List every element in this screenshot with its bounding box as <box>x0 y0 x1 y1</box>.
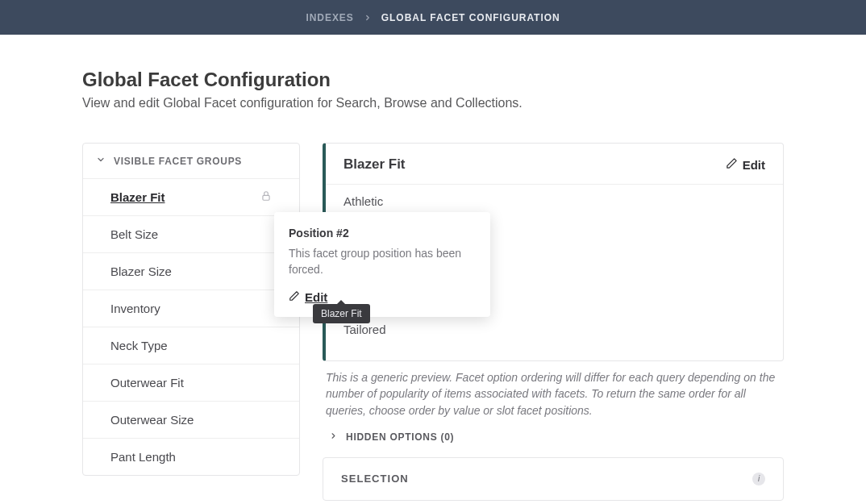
popover-edit-button[interactable]: Edit <box>289 290 476 304</box>
page-subtitle: View and edit Global Facet configuration… <box>82 96 784 110</box>
hidden-options-label: HIDDEN OPTIONS (0) <box>346 431 454 443</box>
hidden-options-toggle[interactable]: HIDDEN OPTIONS (0) <box>323 420 784 443</box>
sidebar-item-outerwear-fit[interactable]: Outerwear Fit <box>83 364 299 401</box>
popover-title: Position #2 <box>289 227 476 240</box>
top-bar: INDEXES GLOBAL FACET CONFIGURATION <box>0 0 866 35</box>
sidebar-item-outerwear-size[interactable]: Outerwear Size <box>83 401 299 438</box>
breadcrumb-parent[interactable]: INDEXES <box>306 12 353 23</box>
pencil-icon <box>289 290 300 304</box>
chevron-down-icon <box>96 155 106 167</box>
position-popover: Position #2 This facet group position ha… <box>274 212 490 317</box>
visible-facet-groups-header[interactable]: VISIBLE FACET GROUPS <box>83 144 299 178</box>
page-title: Global Facet Configuration <box>82 69 784 91</box>
sidebar-item-label: Neck Type <box>110 339 168 352</box>
sidebar-item-label: Blazer Fit <box>110 190 165 204</box>
chevron-right-icon <box>364 14 372 22</box>
sidebar-item-inventory[interactable]: Inventory <box>83 289 299 327</box>
visible-facet-groups-label: VISIBLE FACET GROUPS <box>114 156 242 167</box>
sidebar-item-label: Belt Size <box>110 227 158 241</box>
selection-title: SELECTION <box>341 473 409 485</box>
visible-facet-groups-panel: VISIBLE FACET GROUPS Blazer Fit Belt Siz… <box>82 143 300 476</box>
info-icon[interactable]: i <box>752 473 765 485</box>
sidebar-item-label: Inventory <box>110 302 160 315</box>
svg-rect-0 <box>263 195 269 200</box>
edit-facet-button[interactable]: Edit <box>726 157 765 172</box>
facet-detail-title: Blazer Fit <box>343 156 406 173</box>
breadcrumb: INDEXES GLOBAL FACET CONFIGURATION <box>306 12 560 23</box>
selection-card: SELECTION i <box>323 457 784 501</box>
sidebar-item-blazer-size[interactable]: Blazer Size <box>83 252 299 289</box>
popover-edit-label: Edit <box>305 290 327 304</box>
sidebar-item-pant-length[interactable]: Pant Length <box>83 438 299 475</box>
sidebar-item-belt-size[interactable]: Belt Size <box>83 215 299 252</box>
preview-note: This is a generic preview. Facet option … <box>323 361 784 420</box>
facet-group-list: Blazer Fit Belt Size Blazer Size Invento… <box>83 178 299 475</box>
sidebar-item-label: Blazer Size <box>110 264 172 278</box>
facet-detail-column: Blazer Fit Edit Athletic Tailored This <box>323 143 784 501</box>
edit-label: Edit <box>743 158 765 172</box>
tooltip: Blazer Fit <box>313 304 370 323</box>
lock-icon <box>260 190 272 204</box>
breadcrumb-current: GLOBAL FACET CONFIGURATION <box>381 12 560 23</box>
sidebar-item-neck-type[interactable]: Neck Type <box>83 327 299 364</box>
pencil-icon <box>726 157 738 172</box>
popover-body: This facet group position has been force… <box>289 246 476 277</box>
sidebar-item-blazer-fit[interactable]: Blazer Fit <box>83 178 299 215</box>
sidebar-item-label: Outerwear Fit <box>110 376 184 389</box>
sidebar-item-label: Outerwear Size <box>110 413 194 427</box>
sidebar-item-label: Pant Length <box>110 450 176 464</box>
chevron-right-icon <box>329 431 338 443</box>
